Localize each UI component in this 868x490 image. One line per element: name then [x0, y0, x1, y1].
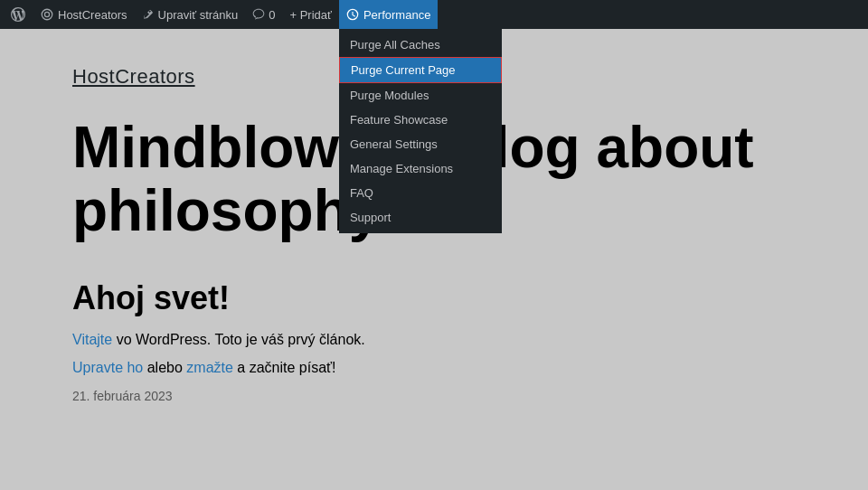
- general-settings-item[interactable]: General Settings: [339, 132, 502, 156]
- add-new-label: + Pridať: [290, 8, 332, 22]
- admin-bar: HostCreators Upraviť stránku 0 + Pridať …: [0, 0, 868, 29]
- comment-count: 0: [269, 8, 275, 22]
- post-title: Ahoj svet!: [72, 279, 796, 317]
- edit-page-label: Upraviť stránku: [158, 8, 239, 22]
- site-title-text: HostCreators: [72, 65, 195, 88]
- post-excerpt-zacnite: a začnite písať!: [237, 360, 335, 375]
- vitajte-link[interactable]: Vitajte: [72, 332, 112, 347]
- post-excerpt-alebo: alebo: [147, 360, 187, 375]
- site-name-label: HostCreators: [58, 8, 127, 22]
- comments-button[interactable]: 0: [245, 0, 282, 29]
- performance-label: Performance: [363, 8, 430, 22]
- manage-extensions-item[interactable]: Manage Extensions: [339, 156, 502, 181]
- faq-item[interactable]: FAQ: [339, 181, 502, 205]
- post-date: 21. februára 2023: [72, 389, 796, 403]
- post-excerpt-line1: Vitajte vo WordPress. Toto je váš prvý č…: [72, 328, 796, 352]
- purge-modules-item[interactable]: Purge Modules: [339, 83, 502, 108]
- comment-badge: 0: [269, 8, 275, 22]
- post-preview: Ahoj svet! Vitajte vo WordPress. Toto je…: [72, 279, 796, 403]
- purge-all-caches-item[interactable]: Purge All Caches: [339, 33, 502, 57]
- feature-showcase-item[interactable]: Feature Showcase: [339, 108, 502, 132]
- support-item[interactable]: Support: [339, 205, 502, 230]
- performance-menu-wrap: Performance Purge All Caches Purge Curre…: [339, 0, 438, 29]
- performance-dropdown: Purge All Caches Purge Current Page Purg…: [339, 29, 502, 233]
- purge-current-page-item[interactable]: Purge Current Page: [339, 57, 502, 83]
- upravte-link[interactable]: Upravte ho: [72, 360, 143, 375]
- edit-page-button[interactable]: Upraviť stránku: [135, 0, 246, 29]
- wp-logo-button[interactable]: [4, 0, 33, 29]
- performance-button[interactable]: Performance: [339, 0, 438, 29]
- post-excerpt-line2: Upravte ho alebo zmažte a začnite písať!: [72, 356, 796, 380]
- add-new-button[interactable]: + Pridať: [283, 0, 339, 29]
- site-name-button[interactable]: HostCreators: [33, 0, 135, 29]
- post-excerpt-text1: vo WordPress. Toto je váš prvý článok.: [117, 332, 365, 347]
- zmazte-link[interactable]: zmažte: [186, 360, 233, 375]
